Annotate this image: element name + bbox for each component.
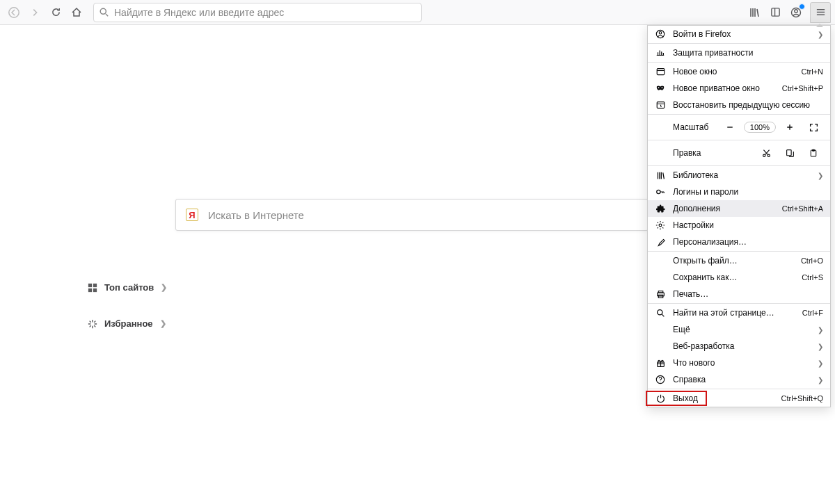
paste-button[interactable] [804, 144, 823, 162]
mask-icon [655, 83, 666, 94]
settings-item[interactable]: Настройки [648, 217, 830, 234]
restore-session-item[interactable]: Восстановить предыдущую сессию [648, 97, 830, 113]
app-menu-button[interactable] [812, 4, 829, 21]
chevron-right-icon: ❯ [818, 326, 823, 334]
customize-item[interactable]: Персонализация… [648, 234, 830, 250]
chevron-right-icon: ❯ [818, 172, 823, 179]
favorites-label: Избранное [104, 318, 153, 329]
svg-rect-5 [88, 283, 92, 286]
print-item[interactable]: Печать… [648, 286, 830, 302]
menu-shortcut: Ctrl+F [802, 309, 823, 317]
copy-button[interactable] [780, 144, 800, 162]
menu-label: Библиотека [673, 170, 811, 180]
sidebar-button[interactable] [765, 3, 785, 22]
svg-rect-2 [771, 8, 779, 16]
save-as-item[interactable]: Сохранить как… Ctrl+S [648, 269, 830, 286]
menu-label: Что нового [673, 358, 811, 368]
menu-label: Новое окно [673, 67, 795, 76]
gear-icon [655, 220, 666, 231]
menu-label: Защита приватности [673, 48, 823, 58]
privacy-item[interactable]: Защита приватности [648, 44, 830, 61]
home-button[interactable] [67, 3, 86, 22]
chevron-right-icon: ❯ [160, 319, 166, 328]
cut-button[interactable] [756, 144, 776, 162]
library-toolbar-button[interactable] [745, 3, 764, 22]
fullscreen-button[interactable] [804, 118, 823, 136]
help-icon [655, 374, 666, 385]
svg-point-0 [9, 7, 19, 17]
exit-item[interactable]: Выход Ctrl+Shift+Q [648, 390, 830, 407]
chevron-right-icon: ❯ [818, 343, 823, 350]
shield-chart-icon [655, 47, 666, 58]
signin-item[interactable]: Войти в Firefox ❯ [648, 26, 830, 42]
account-icon [655, 29, 666, 40]
zoom-out-button[interactable] [720, 118, 740, 136]
open-file-item[interactable]: Открыть файл… Ctrl+O [648, 252, 830, 269]
window-icon [655, 66, 666, 77]
paintbrush-icon [655, 236, 666, 247]
search-icon [100, 8, 109, 17]
key-icon [655, 186, 666, 197]
svg-point-21 [659, 224, 662, 227]
logins-item[interactable]: Логины и пароли [648, 184, 830, 200]
yandex-logo-icon: Я [186, 209, 198, 221]
url-bar[interactable]: Найдите в Яндекс или введите адрес [93, 3, 422, 22]
svg-point-15 [763, 154, 765, 156]
zoom-in-button[interactable] [780, 118, 800, 136]
urlbar-placeholder: Найдите в Яндекс или введите адрес [114, 7, 284, 18]
web-search-box[interactable]: Я Искать в Интернете [175, 199, 649, 231]
edit-label: Правка [655, 148, 752, 158]
help-item[interactable]: Справка ❯ [648, 371, 830, 388]
menu-shortcut: Ctrl+O [801, 257, 823, 265]
back-button [4, 3, 24, 22]
menu-label: Восстановить предыдущую сессию [673, 100, 823, 110]
chevron-right-icon: ❯ [818, 359, 823, 367]
grid-icon [88, 283, 97, 293]
zoom-value[interactable]: 100% [744, 122, 776, 133]
chevron-right-icon: ❯ [818, 31, 823, 38]
menu-label: Найти на этой странице… [673, 308, 795, 318]
search-icon [655, 307, 666, 318]
menu-label: Новое приватное окно [673, 83, 775, 93]
account-button[interactable] [786, 3, 806, 22]
svg-rect-17 [786, 149, 791, 155]
search-placeholder: Искать в Интернете [208, 209, 304, 221]
svg-point-1 [100, 8, 106, 14]
menu-label: Выход [673, 393, 774, 403]
menu-label: Открыть файл… [673, 256, 794, 266]
toolbar: Найдите в Яндекс или введите адрес [0, 0, 835, 25]
svg-point-4 [795, 9, 797, 12]
whatsnew-item[interactable]: Что нового ❯ [648, 355, 830, 371]
favorites-section-header[interactable]: Избранное ❯ [88, 318, 166, 329]
menu-shortcut: Ctrl+Shift+P [782, 84, 823, 92]
forward-button [25, 3, 45, 22]
zoom-row: Масштаб 100% [648, 115, 830, 139]
menu-label: Логины и пароли [673, 187, 823, 197]
menu-shortcut: Ctrl+Shift+Q [781, 394, 823, 403]
library-icon [655, 170, 666, 181]
sparkle-icon [88, 319, 97, 329]
more-item[interactable]: Ещё ❯ [648, 321, 830, 338]
find-item[interactable]: Найти на этой странице… Ctrl+F [648, 304, 830, 321]
menu-label: Войти в Firefox [673, 29, 811, 39]
chevron-right-icon: ❯ [161, 283, 167, 292]
menu-label: Дополнения [673, 204, 775, 213]
app-menu: Войти в Firefox ❯ Защита приватности Нов… [647, 25, 831, 407]
library-item[interactable]: Библиотека ❯ [648, 167, 830, 184]
topsites-section-header[interactable]: Топ сайтов ❯ [88, 282, 167, 293]
webdev-item[interactable]: Веб-разработка ❯ [648, 338, 830, 355]
svg-point-10 [659, 32, 662, 35]
svg-point-12 [658, 87, 660, 88]
svg-rect-8 [93, 288, 97, 291]
reload-button[interactable] [46, 3, 65, 22]
menu-label: Справка [673, 375, 811, 384]
svg-point-13 [662, 87, 663, 88]
svg-point-16 [768, 154, 770, 156]
svg-point-25 [657, 309, 662, 314]
new-window-item[interactable]: Новое окно Ctrl+N [648, 63, 830, 80]
power-icon [655, 393, 666, 404]
restore-icon [655, 99, 666, 111]
addons-item[interactable]: Дополнения Ctrl+Shift+A [648, 200, 830, 217]
zoom-label: Масштаб [655, 122, 716, 132]
new-private-item[interactable]: Новое приватное окно Ctrl+Shift+P [648, 80, 830, 97]
